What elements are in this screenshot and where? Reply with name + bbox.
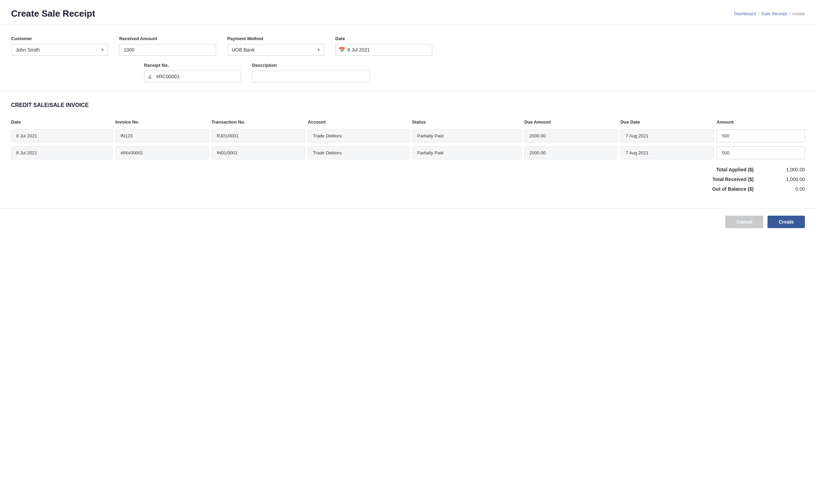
cell-amount-0[interactable]	[717, 127, 805, 144]
total-received-label: Total Received ($)	[684, 177, 754, 182]
cell-status-0: Partially Paid	[412, 127, 524, 144]
description-label: Description	[252, 63, 370, 68]
cell-invoice-1: #INV00001	[115, 144, 212, 161]
date-input[interactable]	[335, 44, 432, 56]
invoice-table: Date Invoice No. Transaction No. Account…	[11, 117, 805, 161]
cell-amount-1[interactable]	[717, 144, 805, 161]
cancel-button[interactable]: Cancel	[725, 216, 763, 228]
total-received-value: 1,000.00	[770, 177, 805, 182]
amount-input-1[interactable]	[717, 146, 805, 159]
cell-status-1: Partially Paid	[412, 144, 524, 161]
cell-account-0: Trade Debtors	[308, 127, 412, 144]
col-header-due-amount: Due Amount	[524, 117, 621, 127]
col-header-due-date: Due Date	[620, 117, 717, 127]
receipt-no-label: Receipt No.	[144, 63, 241, 68]
cell-date-1: 8 Jul 2021	[11, 144, 115, 161]
breadcrumb-current: create	[792, 11, 805, 16]
received-amount-group: Received Amount	[119, 36, 216, 56]
total-applied-value: 1,000.00	[770, 167, 805, 172]
totals-section: Total Applied ($) 1,000.00 Total Receive…	[11, 167, 805, 192]
table-header: Date Invoice No. Transaction No. Account…	[11, 117, 805, 127]
col-header-invoice: Invoice No.	[115, 117, 212, 127]
cell-account-1: Trade Debtors	[308, 144, 412, 161]
total-applied-row: Total Applied ($) 1,000.00	[11, 167, 805, 172]
cell-due-date-0: 7 Aug 2021	[620, 127, 717, 144]
table-row: 8 Jul 2021 #INV00001 IN01/0001 Trade Deb…	[11, 144, 805, 161]
cell-due-amount-0: 2000.00	[524, 127, 621, 144]
breadcrumb: Dashboard / Sale Receipt / create	[734, 11, 805, 16]
out-of-balance-label: Out of Balance ($)	[684, 186, 754, 192]
form-row-1: Customer John Smith ▼ Received Amount Pa…	[11, 36, 805, 56]
page-title: Create Sale Receipt	[11, 8, 95, 19]
receipt-no-input-wrapper: 🖨	[144, 71, 241, 82]
payment-method-label: Payment Method	[227, 36, 324, 41]
cell-due-date-1: 7 Aug 2021	[620, 144, 717, 161]
customer-select-wrapper: John Smith ▼	[11, 44, 108, 56]
received-amount-label: Received Amount	[119, 36, 216, 41]
cell-date-0: 8 Jul 2021	[11, 127, 115, 144]
section-title: CREDIT SALE/SALE INVOICE	[11, 102, 805, 108]
footer-actions: Cancel Create	[0, 208, 816, 235]
payment-method-group: Payment Method UOB Bank ▼	[227, 36, 324, 56]
col-header-account: Account	[308, 117, 412, 127]
cell-due-amount-1: 2000.00	[524, 144, 621, 161]
cell-transaction-1: IN01/0001	[212, 144, 308, 161]
receipt-no-group: Receipt No. 🖨	[144, 63, 241, 82]
customer-group: Customer John Smith ▼	[11, 36, 108, 56]
col-header-status: Status	[412, 117, 524, 127]
total-applied-label: Total Applied ($)	[684, 167, 754, 172]
col-header-date: Date	[11, 117, 115, 127]
payment-method-select-wrapper: UOB Bank ▼	[227, 44, 324, 56]
date-input-wrapper: 📅	[335, 44, 432, 56]
customer-select[interactable]: John Smith	[11, 44, 108, 56]
receipt-no-input[interactable]	[144, 71, 241, 82]
calendar-icon: 📅	[339, 47, 345, 53]
description-input[interactable]	[252, 71, 370, 82]
form-row-2: Receipt No. 🖨 Description	[11, 63, 805, 82]
breadcrumb-sale-receipt[interactable]: Sale Receipt	[762, 11, 787, 16]
table-body: 8 Jul 2021 IN123 RJ01/0001 Trade Debtors…	[11, 127, 805, 161]
breadcrumb-sep-2: /	[789, 11, 790, 16]
table-section: CREDIT SALE/SALE INVOICE Date Invoice No…	[0, 91, 816, 203]
page-header: Create Sale Receipt Dashboard / Sale Rec…	[0, 0, 816, 25]
table-row: 8 Jul 2021 IN123 RJ01/0001 Trade Debtors…	[11, 127, 805, 144]
customer-label: Customer	[11, 36, 108, 41]
description-group: Description	[252, 63, 370, 82]
cell-transaction-0: RJ01/0001	[212, 127, 308, 144]
out-of-balance-value: 0.00	[770, 186, 805, 192]
date-label: Date	[335, 36, 432, 41]
cell-invoice-0: IN123	[115, 127, 212, 144]
amount-input-0[interactable]	[717, 129, 805, 142]
payment-method-select[interactable]: UOB Bank	[227, 44, 324, 56]
received-amount-input[interactable]	[119, 44, 216, 56]
total-received-row: Total Received ($) 1,000.00	[11, 177, 805, 182]
col-header-amount: Amount	[717, 117, 805, 127]
breadcrumb-sep-1: /	[758, 11, 760, 16]
col-header-transaction: Transaction No.	[212, 117, 308, 127]
create-button[interactable]: Create	[768, 216, 805, 228]
out-of-balance-row: Out of Balance ($) 0.00	[11, 186, 805, 192]
breadcrumb-dashboard[interactable]: Dashboard	[734, 11, 756, 16]
form-section: Customer John Smith ▼ Received Amount Pa…	[0, 25, 816, 91]
receipt-icon: 🖨	[148, 74, 152, 79]
date-group: Date 📅	[335, 36, 432, 56]
